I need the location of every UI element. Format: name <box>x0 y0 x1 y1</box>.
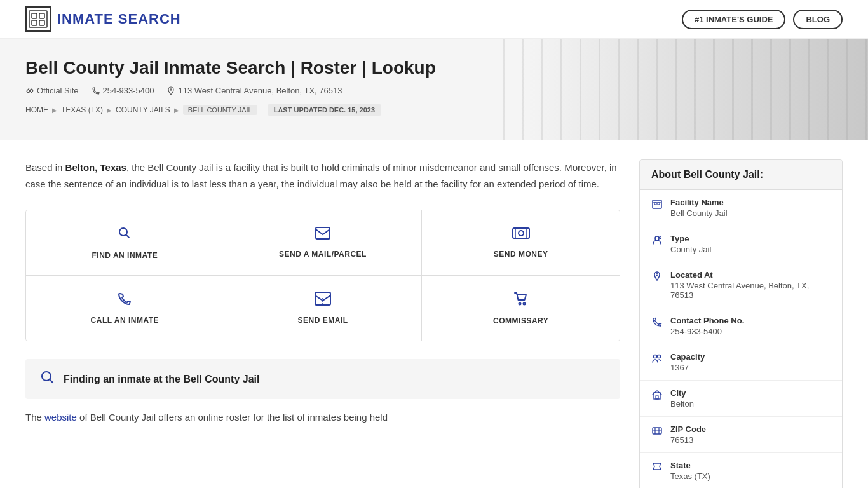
desc-location: Belton, Texas <box>65 162 126 173</box>
svg-rect-2 <box>39 13 44 18</box>
hero-phone: 254-933-5400 <box>103 86 154 95</box>
breadcrumb-sep2: ▶ <box>107 107 112 114</box>
zip-value: 76513 <box>670 435 706 445</box>
official-site-link[interactable]: Official Site <box>25 86 79 95</box>
phone-content: Contact Phone No. 254-933-5400 <box>670 316 744 336</box>
breadcrumb-sep3: ▶ <box>174 107 179 114</box>
svg-rect-4 <box>39 20 44 25</box>
svg-point-19 <box>656 274 658 276</box>
svg-rect-7 <box>316 227 330 239</box>
location-value: 113 West Central Avenue, Belton, TX, 765… <box>670 281 831 300</box>
svg-rect-14 <box>653 200 661 208</box>
capacity-content: Capacity 1367 <box>670 352 705 372</box>
phone-hero-icon <box>92 86 100 95</box>
logo-icon <box>25 6 51 32</box>
finding-heading: Finding an inmate at the Bell County Jai… <box>64 374 259 385</box>
send-email-cell[interactable]: SEND EMAIL <box>224 276 423 341</box>
location-content: Located At 113 West Central Avenue, Belt… <box>670 270 831 300</box>
logo[interactable]: INMATE SEARCH <box>25 6 181 32</box>
right-column: About Bell County Jail: Facility Name <box>639 159 843 488</box>
sidebar-header: About Bell County Jail: <box>640 160 842 190</box>
finding-search-icon <box>41 370 55 388</box>
desc-below-before: The <box>25 412 44 423</box>
capacity-value: 1367 <box>670 363 705 372</box>
hero-section: Bell County Jail Inmate Search | Roster … <box>0 39 868 140</box>
send-email-label: SEND EMAIL <box>298 316 348 325</box>
svg-point-6 <box>119 228 127 236</box>
state-icon <box>651 462 663 475</box>
svg-point-17 <box>655 236 659 240</box>
state-value: Texas (TX) <box>670 471 710 481</box>
desc-below-after: of Bell County Jail offers an online ros… <box>77 412 388 423</box>
city-content: City Belton <box>670 388 694 409</box>
type-label: Type <box>670 234 711 243</box>
hero-bg-overlay <box>503 39 868 140</box>
description-text: Based in Belton, Texas, the Bell County … <box>25 159 620 192</box>
phone-link[interactable]: 254-933-5400 <box>92 86 154 95</box>
main-content: Based in Belton, Texas, the Bell County … <box>0 140 868 488</box>
call-inmate-cell[interactable]: CALL AN INMATE <box>26 276 224 341</box>
zip-content: ZIP Code 76513 <box>670 424 706 445</box>
action-grid: FIND AN INMATE SEND A MAIL/PARCEL <box>25 210 620 341</box>
sidebar-info-list: Facility Name Bell County Jail Ty <box>640 190 842 488</box>
commissary-icon <box>513 291 529 310</box>
commissary-cell[interactable]: COMMISSARY <box>422 276 620 341</box>
sidebar-capacity: Capacity 1367 <box>640 344 842 381</box>
breadcrumb-county-jails[interactable]: COUNTY JAILS <box>116 105 170 114</box>
state-content: State Texas (TX) <box>670 461 710 481</box>
send-money-icon <box>512 227 530 243</box>
capacity-icon <box>651 353 663 366</box>
building-icon <box>651 199 663 212</box>
city-label: City <box>670 388 694 398</box>
inmates-guide-button[interactable]: #1 INMATE'S GUIDE <box>682 10 785 29</box>
send-mail-icon <box>315 227 330 243</box>
breadcrumb-home[interactable]: HOME <box>25 105 48 114</box>
location-hero-icon <box>166 86 175 95</box>
phone-icon <box>651 317 663 330</box>
svg-rect-3 <box>32 20 37 25</box>
svg-rect-24 <box>653 428 661 434</box>
zip-icon <box>651 426 663 438</box>
zip-label: ZIP Code <box>670 424 706 434</box>
svg-point-18 <box>660 237 661 239</box>
phone-label: Contact Phone No. <box>670 316 744 325</box>
left-column: Based in Belton, Texas, the Bell County … <box>25 159 620 488</box>
location-label: Located At <box>670 270 831 280</box>
send-mail-label: SEND A MAIL/PARCEL <box>279 250 367 259</box>
sidebar-location: Located At 113 West Central Avenue, Belt… <box>640 262 842 308</box>
send-money-label: SEND MONEY <box>494 250 548 259</box>
svg-point-20 <box>654 355 657 358</box>
phone-value: 254-933-5400 <box>670 327 744 336</box>
location-icon <box>651 271 663 284</box>
action-row-1: FIND AN INMATE SEND A MAIL/PARCEL <box>26 210 620 276</box>
city-value: Belton <box>670 399 694 409</box>
find-inmate-cell[interactable]: FIND AN INMATE <box>26 210 224 276</box>
last-updated-badge: LAST UPDATED DEC. 15, 2023 <box>268 104 381 116</box>
sidebar-phone: Contact Phone No. 254-933-5400 <box>640 308 842 344</box>
send-money-cell[interactable]: SEND MONEY <box>422 210 620 276</box>
blog-button[interactable]: BLOG <box>793 10 843 29</box>
call-inmate-icon <box>118 292 132 309</box>
commissary-label: COMMISSARY <box>493 316 548 325</box>
find-inmate-label: FIND AN INMATE <box>92 251 158 260</box>
sidebar-card: About Bell County Jail: Facility Name <box>639 159 843 488</box>
svg-point-21 <box>658 355 661 358</box>
breadcrumb-state[interactable]: TEXAS (TX) <box>61 105 103 114</box>
sidebar-zip: ZIP Code 76513 <box>640 417 842 453</box>
desc-below-text: The website of Bell County Jail offers a… <box>25 409 620 426</box>
type-icon <box>651 235 663 248</box>
send-mail-cell[interactable]: SEND A MAIL/PARCEL <box>224 210 423 276</box>
link-icon <box>25 86 34 95</box>
sidebar-state: State Texas (TX) <box>640 453 842 488</box>
action-row-2: CALL AN INMATE SEND EMAIL <box>26 276 620 341</box>
address-link[interactable]: 113 West Central Avenue, Belton, TX, 765… <box>166 86 342 95</box>
official-site-label: Official Site <box>37 86 79 95</box>
svg-point-5 <box>170 88 172 90</box>
call-inmate-label: CALL AN INMATE <box>91 316 159 325</box>
svg-point-11 <box>519 303 520 305</box>
find-inmate-icon <box>117 226 132 245</box>
website-link[interactable]: website <box>44 412 77 423</box>
logo-text: INMATE SEARCH <box>57 11 181 27</box>
sidebar-type: Type County Jail <box>640 226 842 262</box>
svg-point-9 <box>519 231 524 236</box>
